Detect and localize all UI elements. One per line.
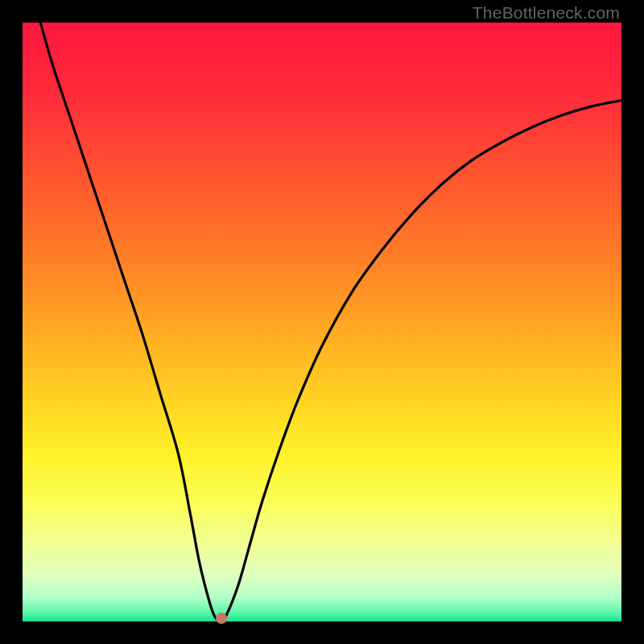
watermark-text: TheBottleneck.com <box>473 3 620 23</box>
plot-area <box>23 23 621 621</box>
bottleneck-curve <box>23 23 621 621</box>
optimum-marker <box>216 613 227 624</box>
